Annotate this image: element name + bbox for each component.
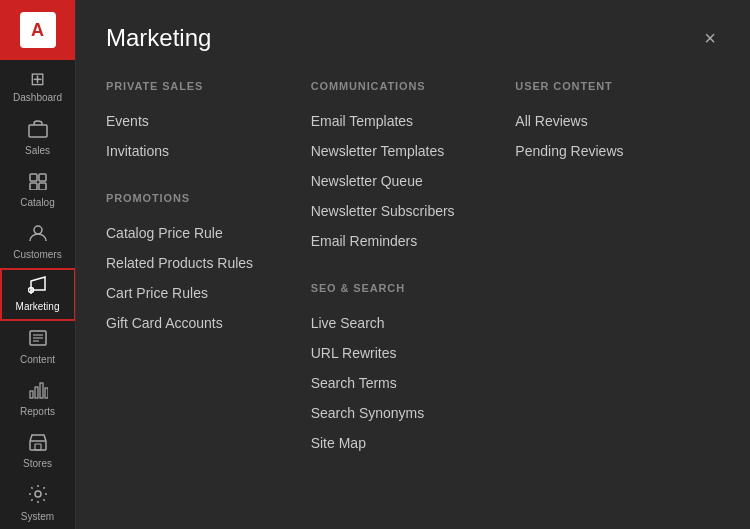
svg-rect-17 bbox=[30, 441, 46, 450]
columns-container: PRIVATE SALES Events Invitations PROMOTI… bbox=[106, 80, 720, 460]
sidebar-item-label: Reports bbox=[20, 406, 55, 417]
url-rewrites-link[interactable]: URL Rewrites bbox=[311, 340, 496, 366]
close-button[interactable]: × bbox=[700, 24, 720, 52]
sidebar-item-dashboard[interactable]: ⊞ Dashboard bbox=[0, 60, 76, 112]
sidebar-item-label: Content bbox=[20, 354, 55, 365]
newsletter-queue-link[interactable]: Newsletter Queue bbox=[311, 168, 496, 194]
svg-rect-0 bbox=[29, 125, 47, 137]
svg-point-19 bbox=[35, 491, 41, 497]
catalog-price-rule-link[interactable]: Catalog Price Rule bbox=[106, 220, 291, 246]
pending-reviews-link[interactable]: Pending Reviews bbox=[515, 138, 700, 164]
svg-rect-13 bbox=[30, 391, 33, 398]
column-left: PRIVATE SALES Events Invitations PROMOTI… bbox=[106, 80, 311, 460]
seo-search-heading: SEO & SEARCH bbox=[311, 282, 496, 294]
svg-rect-16 bbox=[45, 388, 48, 398]
all-reviews-link[interactable]: All Reviews bbox=[515, 108, 700, 134]
catalog-icon bbox=[28, 172, 48, 193]
sidebar-item-label: Stores bbox=[23, 458, 52, 469]
column-right: USER CONTENT All Reviews Pending Reviews bbox=[515, 80, 720, 460]
svg-rect-18 bbox=[35, 444, 41, 450]
gift-card-accounts-link[interactable]: Gift Card Accounts bbox=[106, 310, 291, 336]
newsletter-subscribers-link[interactable]: Newsletter Subscribers bbox=[311, 198, 496, 224]
email-templates-link[interactable]: Email Templates bbox=[311, 108, 496, 134]
panel-header: Marketing × bbox=[106, 24, 720, 52]
sales-icon bbox=[28, 120, 48, 141]
svg-rect-1 bbox=[30, 174, 37, 181]
logo-icon: A bbox=[20, 12, 56, 48]
sidebar-item-marketing[interactable]: Marketing bbox=[0, 268, 76, 321]
svg-rect-2 bbox=[39, 174, 46, 181]
stores-icon bbox=[28, 433, 48, 454]
sidebar-item-label: Catalog bbox=[20, 197, 54, 208]
email-reminders-link[interactable]: Email Reminders bbox=[311, 228, 496, 254]
promotions-heading: PROMOTIONS bbox=[106, 192, 291, 204]
newsletter-templates-link[interactable]: Newsletter Templates bbox=[311, 138, 496, 164]
user-content-heading: USER CONTENT bbox=[515, 80, 700, 92]
communications-heading: COMMUNICATIONS bbox=[311, 80, 496, 92]
sidebar-item-stores[interactable]: Stores bbox=[0, 425, 76, 477]
sidebar-item-label: System bbox=[21, 511, 54, 522]
search-synonyms-link[interactable]: Search Synonyms bbox=[311, 400, 496, 426]
cart-price-rules-link[interactable]: Cart Price Rules bbox=[106, 280, 291, 306]
events-link[interactable]: Events bbox=[106, 108, 291, 134]
content-icon bbox=[28, 329, 48, 350]
sidebar: A ⊞ Dashboard Sales Catalog bbox=[0, 0, 76, 529]
sidebar-item-label: Marketing bbox=[16, 301, 60, 312]
reports-icon bbox=[28, 381, 48, 402]
private-sales-heading: PRIVATE SALES bbox=[106, 80, 291, 92]
sidebar-item-customers[interactable]: Customers bbox=[0, 216, 76, 268]
invitations-link[interactable]: Invitations bbox=[106, 138, 291, 164]
marketing-icon bbox=[28, 276, 48, 297]
related-products-rules-link[interactable]: Related Products Rules bbox=[106, 250, 291, 276]
dashboard-icon: ⊞ bbox=[30, 70, 45, 88]
app-logo: A bbox=[0, 0, 76, 60]
panel-title: Marketing bbox=[106, 24, 211, 52]
svg-point-5 bbox=[34, 226, 42, 234]
sidebar-item-reports[interactable]: Reports bbox=[0, 373, 76, 425]
site-map-link[interactable]: Site Map bbox=[311, 430, 496, 456]
main-content: Marketing × PRIVATE SALES Events Invitat… bbox=[76, 0, 750, 529]
marketing-panel: Marketing × PRIVATE SALES Events Invitat… bbox=[76, 0, 750, 484]
sidebar-item-catalog[interactable]: Catalog bbox=[0, 164, 76, 216]
customers-icon bbox=[28, 224, 48, 245]
sidebar-item-system[interactable]: System bbox=[0, 477, 76, 529]
system-icon bbox=[28, 484, 48, 507]
live-search-link[interactable]: Live Search bbox=[311, 310, 496, 336]
sidebar-item-label: Sales bbox=[25, 145, 50, 156]
column-middle: COMMUNICATIONS Email Templates Newslette… bbox=[311, 80, 516, 460]
sidebar-item-content[interactable]: Content bbox=[0, 321, 76, 373]
svg-rect-3 bbox=[30, 183, 37, 190]
svg-rect-4 bbox=[39, 183, 46, 190]
sidebar-item-sales[interactable]: Sales bbox=[0, 112, 76, 164]
svg-rect-15 bbox=[40, 383, 43, 398]
svg-rect-14 bbox=[35, 387, 38, 398]
search-terms-link[interactable]: Search Terms bbox=[311, 370, 496, 396]
sidebar-item-label: Customers bbox=[13, 249, 61, 260]
sidebar-item-label: Dashboard bbox=[13, 92, 62, 103]
